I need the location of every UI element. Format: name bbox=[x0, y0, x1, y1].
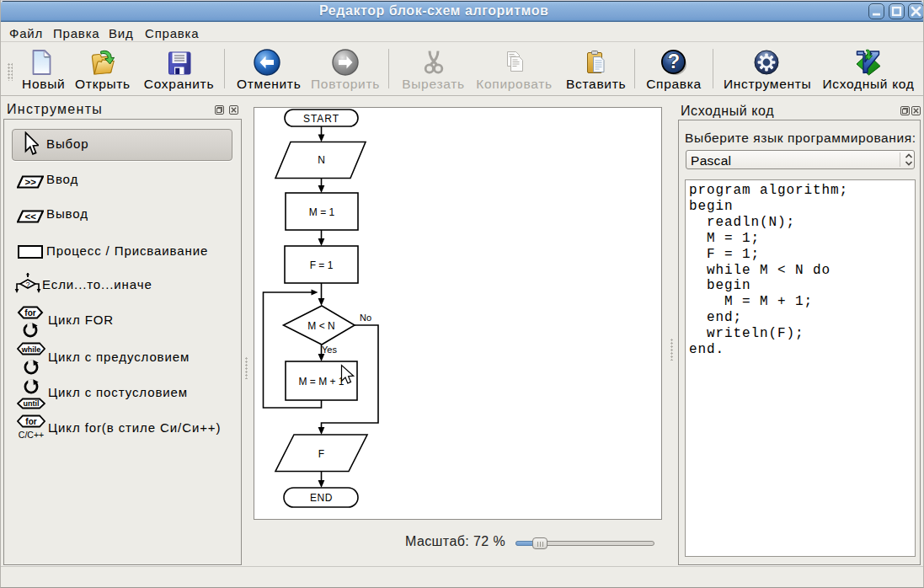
svg-text:C/C++: C/C++ bbox=[19, 430, 44, 440]
svg-text:M = M + 1: M = M + 1 bbox=[298, 376, 344, 388]
svg-text:while: while bbox=[21, 345, 41, 354]
svg-text:until: until bbox=[24, 399, 40, 408]
svg-text:No: No bbox=[360, 313, 371, 323]
svg-text:?: ? bbox=[25, 281, 29, 289]
svg-text:M = 1: M = 1 bbox=[309, 206, 335, 218]
svg-text:START: START bbox=[303, 113, 339, 125]
svg-text:<<: << bbox=[24, 211, 36, 222]
svg-text:END: END bbox=[310, 492, 333, 504]
svg-text:for: for bbox=[24, 308, 35, 318]
svg-text:N: N bbox=[318, 154, 325, 166]
svg-text:?: ? bbox=[667, 50, 680, 72]
svg-text:>>: >> bbox=[24, 177, 36, 187]
svg-text:F: F bbox=[318, 448, 324, 460]
svg-text:M < N: M < N bbox=[307, 320, 334, 332]
svg-text:Yes: Yes bbox=[322, 345, 337, 355]
svg-text:F = 1: F = 1 bbox=[310, 259, 334, 271]
svg-text:for: for bbox=[25, 417, 36, 426]
